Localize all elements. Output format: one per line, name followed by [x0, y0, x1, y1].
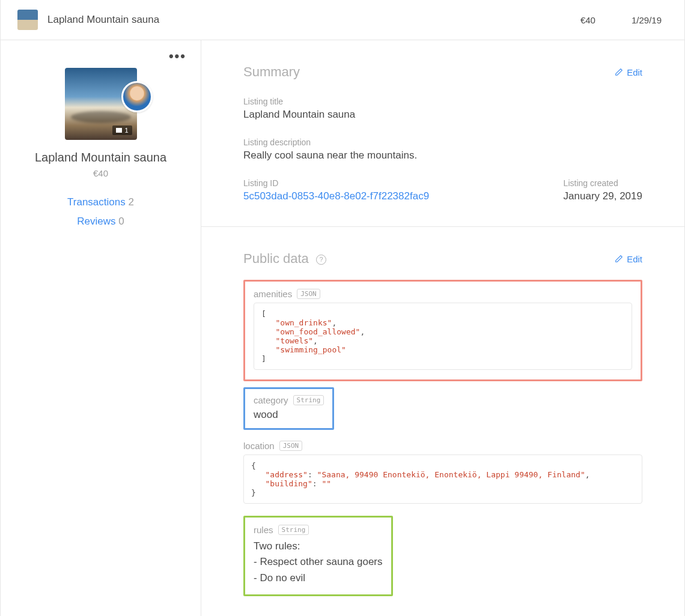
help-icon[interactable]: ? — [316, 255, 326, 265]
more-menu-button[interactable]: ••• — [169, 50, 186, 63]
sidebar-links: Transactions 2 Reviews 0 — [8, 196, 193, 228]
label-listing-title: Listing title — [243, 97, 642, 106]
value-listing-description: Really cool sauna near the mountains. — [243, 149, 642, 162]
category-block: category String wood — [243, 387, 334, 430]
amenities-label: amenities — [254, 289, 292, 299]
summary-heading: Summary — [243, 64, 300, 80]
page-root: Lapland Mountain sauna €40 1/29/19 ••• 1… — [0, 0, 685, 616]
topbar-title: Lapland Mountain sauna — [47, 14, 580, 26]
label-listing-id: Listing ID — [243, 178, 540, 188]
topbar-price: €40 — [580, 15, 595, 25]
summary-head: Summary Edit — [243, 64, 642, 80]
topbar: Lapland Mountain sauna €40 1/29/19 — [1, 0, 684, 40]
amenities-type-badge: JSON — [297, 289, 320, 299]
value-listing-id[interactable]: 5c503dad-0853-40e8-8e02-f7f22382fac9 — [243, 190, 540, 202]
summary-edit-label: Edit — [627, 67, 642, 77]
summary-edit-button[interactable]: Edit — [615, 67, 642, 77]
category-type-badge: String — [293, 395, 324, 405]
label-listing-description: Listing description — [243, 137, 642, 147]
transactions-link[interactable]: Transactions — [67, 196, 126, 208]
amenities-json: [ "own_drinks", "own_food_allowed", "tow… — [254, 303, 632, 370]
public-data-heading-text: Public data — [243, 251, 309, 266]
pencil-icon — [615, 68, 623, 76]
category-label: category — [254, 395, 288, 405]
reviews-count: 0 — [118, 216, 124, 227]
reviews-link-row: Reviews 0 — [8, 216, 193, 228]
amenities-label-row: amenities JSON — [254, 289, 632, 299]
owner-avatar[interactable] — [121, 81, 153, 112]
public-data-edit-label: Edit — [627, 254, 642, 264]
rules-block: rules String Two rules:- Respect other s… — [243, 516, 393, 596]
transactions-link-row: Transactions 2 — [8, 196, 193, 208]
reviews-link[interactable]: Reviews — [77, 216, 115, 227]
location-block: location JSON { "address": "Saana, 99490… — [243, 441, 642, 504]
image-count-badge: 1 — [112, 125, 132, 135]
transactions-count: 2 — [128, 196, 133, 208]
rules-value: Two rules:- Respect other sauna goers- D… — [254, 539, 383, 586]
value-listing-title: Lapland Mountain sauna — [243, 109, 642, 121]
location-json: { "address": "Saana, 99490 Enontekiö, En… — [243, 454, 642, 504]
main-content: Summary Edit Listing title Lapland Mount… — [201, 40, 684, 616]
summary-card: Summary Edit Listing title Lapland Mount… — [201, 40, 684, 226]
rules-type-badge: String — [278, 525, 309, 535]
value-listing-created: January 29, 2019 — [564, 190, 642, 202]
image-count-value: 1 — [124, 127, 128, 134]
label-listing-created: Listing created — [564, 178, 642, 188]
sidebar-listing-title: Lapland Mountain sauna — [8, 151, 193, 165]
public-data-heading: Public data ? — [243, 251, 326, 267]
public-data-edit-button[interactable]: Edit — [615, 254, 642, 264]
public-data-card: Public data ? Edit amenities JSON [ "own… — [201, 226, 684, 616]
pencil-icon — [615, 255, 623, 263]
category-value: wood — [254, 409, 324, 421]
location-type-badge: JSON — [279, 441, 303, 451]
location-label-row: location JSON — [243, 441, 642, 451]
sidebar: ••• 1 Lapland Mountain sauna €40 Transac… — [1, 40, 201, 616]
rules-label: rules — [254, 525, 273, 535]
topbar-date: 1/29/19 — [632, 15, 662, 25]
public-data-head: Public data ? Edit — [243, 251, 642, 267]
rules-label-row: rules String — [254, 525, 383, 535]
body: ••• 1 Lapland Mountain sauna €40 Transac… — [1, 40, 684, 616]
location-label: location — [243, 441, 275, 451]
amenities-block: amenities JSON [ "own_drinks", "own_food… — [243, 280, 642, 381]
listing-image-wrap: 1 — [65, 68, 137, 140]
sidebar-price: €40 — [8, 168, 193, 178]
topbar-thumbnail — [17, 10, 38, 30]
category-label-row: category String — [254, 395, 324, 405]
